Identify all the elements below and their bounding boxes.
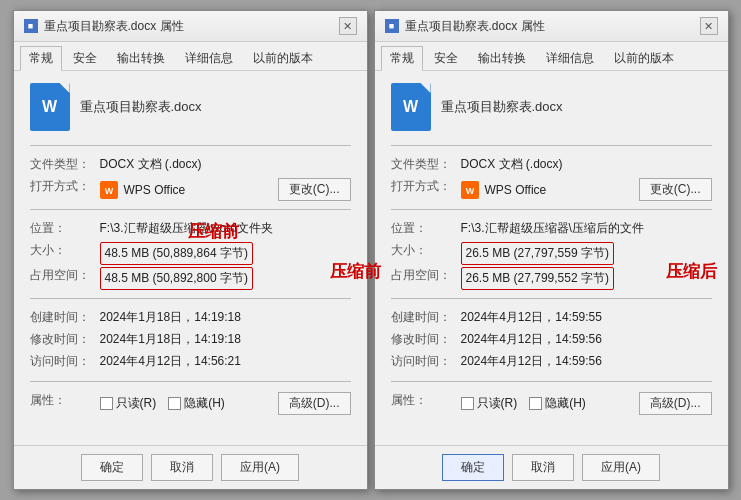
left-accessed-label: 访问时间： bbox=[30, 351, 100, 373]
left-created-value: 2024年1月18日，14:19:18 bbox=[100, 307, 351, 329]
left-attrs-table: 属性： 只读(R) 隐藏(H) 高级(D)... bbox=[30, 390, 351, 415]
left-apply-button[interactable]: 应用(A) bbox=[221, 454, 299, 481]
right-hidden-checkbox[interactable]: 隐藏(H) bbox=[529, 395, 586, 412]
left-compress-label: 压缩前 bbox=[188, 220, 239, 243]
right-location-table: 位置： F:\3.汇帮超级压缩器\压缩后的文件 大小： 26.5 MB (27,… bbox=[391, 218, 712, 290]
left-title-bar: ■ 重点项目勘察表.docx 属性 ✕ bbox=[14, 11, 367, 42]
right-content: W 重点项目勘察表.docx 文件类型： DOCX 文档 (.docx) 打开方… bbox=[375, 71, 728, 445]
left-dialog: ■ 重点项目勘察表.docx 属性 ✕ 常规 安全 输出转换 详细信息 以前的版… bbox=[13, 10, 368, 490]
left-readonly-checkbox[interactable]: 只读(R) bbox=[100, 395, 157, 412]
left-openwith-label: 打开方式： bbox=[30, 176, 100, 201]
left-file-icon-row: W 重点项目勘察表.docx bbox=[30, 83, 351, 131]
left-title-icon: ■ bbox=[24, 19, 38, 33]
right-size-label: 大小： bbox=[391, 240, 461, 265]
right-disksize-highlight: 26.5 MB (27,799,552 字节) bbox=[461, 267, 614, 290]
right-readonly-check[interactable] bbox=[461, 397, 474, 410]
right-title-bar: ■ 重点项目勘察表.docx 属性 ✕ bbox=[375, 11, 728, 42]
right-created-label: 创建时间： bbox=[391, 307, 461, 329]
right-accessed-label: 访问时间： bbox=[391, 351, 461, 373]
left-tab-general[interactable]: 常规 bbox=[20, 46, 62, 71]
right-footer: 确定 取消 应用(A) bbox=[375, 445, 728, 489]
left-hidden-check[interactable] bbox=[168, 397, 181, 410]
right-filetype-label: 文件类型： bbox=[391, 154, 461, 176]
left-size-highlight: 48.5 MB (50,889,864 字节) bbox=[100, 242, 253, 265]
right-filename: 重点项目勘察表.docx bbox=[441, 98, 563, 116]
left-attrs-label: 属性： bbox=[30, 390, 100, 415]
right-info-table: 文件类型： DOCX 文档 (.docx) 打开方式： W bbox=[391, 154, 712, 201]
right-created-value: 2024年4月12日，14:59:55 bbox=[461, 307, 712, 329]
right-attrs-table: 属性： 只读(R) 隐藏(H) 高级(D)... bbox=[391, 390, 712, 415]
right-accessed-value: 2024年4月12日，14:59:56 bbox=[461, 351, 712, 373]
left-title-text: 重点项目勘察表.docx 属性 bbox=[44, 18, 184, 35]
left-tab-output[interactable]: 输出转换 bbox=[108, 46, 174, 70]
right-attrs-row: 只读(R) 隐藏(H) 高级(D)... bbox=[461, 390, 712, 415]
right-hidden-label: 隐藏(H) bbox=[545, 395, 586, 412]
left-disksize-value: 48.5 MB (50,892,800 字节) bbox=[100, 265, 351, 290]
right-location-label: 位置： bbox=[391, 218, 461, 240]
right-tab-output[interactable]: 输出转换 bbox=[469, 46, 535, 70]
right-tab-previous[interactable]: 以前的版本 bbox=[605, 46, 683, 70]
right-file-icon-row: W 重点项目勘察表.docx bbox=[391, 83, 712, 131]
left-location-label: 位置： bbox=[30, 218, 100, 240]
left-annotation: 压缩前 bbox=[330, 260, 381, 283]
left-disksize-highlight: 48.5 MB (50,892,800 字节) bbox=[100, 267, 253, 290]
right-modified-label: 修改时间： bbox=[391, 329, 461, 351]
right-apply-button[interactable]: 应用(A) bbox=[582, 454, 660, 481]
right-filetype-value: DOCX 文档 (.docx) bbox=[461, 154, 712, 176]
right-hidden-check[interactable] bbox=[529, 397, 542, 410]
right-annotation: 压缩后 bbox=[666, 260, 717, 283]
left-disksize-label: 占用空间： bbox=[30, 265, 100, 290]
left-hidden-checkbox[interactable]: 隐藏(H) bbox=[168, 395, 225, 412]
right-title-icon: ■ bbox=[385, 19, 399, 33]
right-disksize-label: 占用空间： bbox=[391, 265, 461, 290]
left-attrs-row: 只读(R) 隐藏(H) 高级(D)... bbox=[100, 390, 351, 415]
right-close-button[interactable]: ✕ bbox=[700, 17, 718, 35]
left-change-button[interactable]: 更改(C)... bbox=[278, 178, 351, 201]
left-info-table: 文件类型： DOCX 文档 (.docx) 打开方式： W bbox=[30, 154, 351, 201]
right-advanced-button[interactable]: 高级(D)... bbox=[639, 392, 712, 415]
right-dialog: ■ 重点项目勘察表.docx 属性 ✕ 常规 安全 输出转换 详细信息 以前的版… bbox=[374, 10, 729, 490]
left-openwith-value: WPS Office bbox=[124, 183, 186, 197]
left-dates-table: 创建时间： 2024年1月18日，14:19:18 修改时间： 2024年1月1… bbox=[30, 307, 351, 373]
left-tab-details[interactable]: 详细信息 bbox=[176, 46, 242, 70]
left-modified-value: 2024年1月18日，14:19:18 bbox=[100, 329, 351, 351]
left-filetype-value: DOCX 文档 (.docx) bbox=[100, 154, 351, 176]
left-filetype-label: 文件类型： bbox=[30, 154, 100, 176]
right-size-highlight: 26.5 MB (27,797,559 字节) bbox=[461, 242, 614, 265]
left-accessed-value: 2024年4月12日，14:56:21 bbox=[100, 351, 351, 373]
right-readonly-label: 只读(R) bbox=[477, 395, 518, 412]
left-size-label: 大小： bbox=[30, 240, 100, 265]
right-openwith-row: W WPS Office 更改(C)... bbox=[461, 176, 712, 201]
left-cancel-button[interactable]: 取消 bbox=[151, 454, 213, 481]
svg-text:W: W bbox=[465, 186, 474, 196]
left-filename: 重点项目勘察表.docx bbox=[80, 98, 202, 116]
right-wps-logo: W bbox=[461, 181, 479, 199]
left-created-label: 创建时间： bbox=[30, 307, 100, 329]
svg-text:W: W bbox=[104, 186, 113, 196]
right-ok-button[interactable]: 确定 bbox=[442, 454, 504, 481]
right-modified-value: 2024年4月12日，14:59:56 bbox=[461, 329, 712, 351]
right-dates-table: 创建时间： 2024年4月12日，14:59:55 修改时间： 2024年4月1… bbox=[391, 307, 712, 373]
right-openwith-label: 打开方式： bbox=[391, 176, 461, 201]
right-tab-general[interactable]: 常规 bbox=[381, 46, 423, 71]
left-size-value: 48.5 MB (50,889,864 字节) bbox=[100, 240, 351, 265]
left-content: W 重点项目勘察表.docx 文件类型： DOCX 文档 (.docx) 打开方… bbox=[14, 71, 367, 445]
left-readonly-label: 只读(R) bbox=[116, 395, 157, 412]
right-openwith-value: WPS Office bbox=[485, 183, 547, 197]
left-word-icon: W bbox=[30, 83, 70, 131]
right-cancel-button[interactable]: 取消 bbox=[512, 454, 574, 481]
right-change-button[interactable]: 更改(C)... bbox=[639, 178, 712, 201]
left-advanced-button[interactable]: 高级(D)... bbox=[278, 392, 351, 415]
right-tab-details[interactable]: 详细信息 bbox=[537, 46, 603, 70]
left-readonly-check[interactable] bbox=[100, 397, 113, 410]
right-title-text: 重点项目勘察表.docx 属性 bbox=[405, 18, 545, 35]
right-readonly-checkbox[interactable]: 只读(R) bbox=[461, 395, 518, 412]
right-attrs-label: 属性： bbox=[391, 390, 461, 415]
left-tab-security[interactable]: 安全 bbox=[64, 46, 106, 70]
left-ok-button[interactable]: 确定 bbox=[81, 454, 143, 481]
right-tab-security[interactable]: 安全 bbox=[425, 46, 467, 70]
left-hidden-label: 隐藏(H) bbox=[184, 395, 225, 412]
left-tab-previous[interactable]: 以前的版本 bbox=[244, 46, 322, 70]
right-word-icon: W bbox=[391, 83, 431, 131]
left-close-button[interactable]: ✕ bbox=[339, 17, 357, 35]
